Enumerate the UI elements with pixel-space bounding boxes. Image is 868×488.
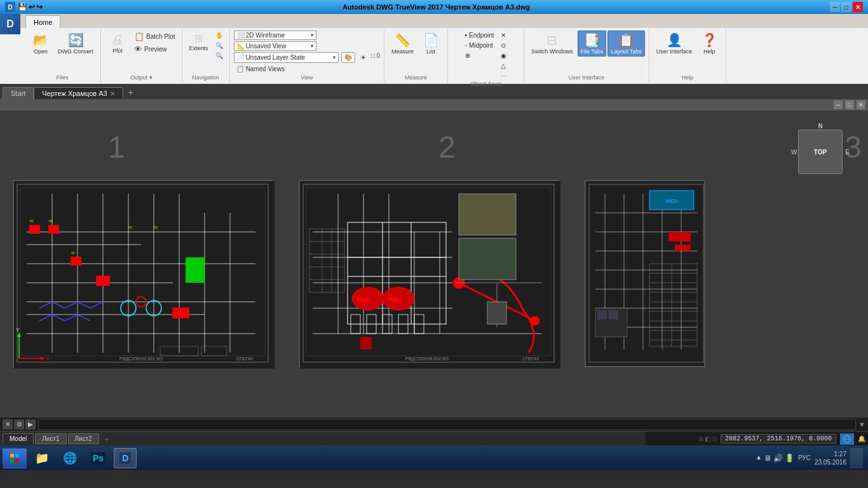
- system-clock[interactable]: 1:27 23.05.2016: [815, 450, 846, 466]
- geo-button[interactable]: [840, 433, 854, 445]
- cmd-arrow-btn[interactable]: ▶: [25, 419, 36, 430]
- layer-color-button[interactable]: 🎨: [341, 52, 355, 63]
- command-line[interactable]: [38, 419, 856, 430]
- snap-row3[interactable]: ⊕: [463, 51, 497, 60]
- dwg-convert-button[interactable]: 🔄 DWG Convert: [55, 30, 97, 57]
- list1-tab[interactable]: Лист1: [35, 433, 66, 444]
- pan-button[interactable]: ✋: [213, 30, 226, 40]
- open-button[interactable]: 📂 Open: [28, 30, 53, 57]
- show-desktop-button[interactable]: [850, 448, 863, 468]
- extents-button[interactable]: ⊞ Extents: [186, 30, 212, 53]
- file-tabs-button[interactable]: 📑 File Tabs: [578, 30, 607, 57]
- drawing-tab-label: Чертеж Храмцов А3: [42, 90, 107, 97]
- help-button[interactable]: ❓ Help: [696, 30, 722, 57]
- layout-tabs-button[interactable]: 📋 Layout Tabs: [607, 30, 644, 57]
- app-button[interactable]: D: [0, 14, 20, 34]
- help-label: Help: [682, 74, 694, 81]
- status-icon-1[interactable]: ⊞: [698, 435, 703, 442]
- endpoint-icon: •: [465, 32, 468, 39]
- save-icon[interactable]: 💾: [18, 3, 27, 11]
- window-controls[interactable]: ─ □ ✕: [830, 2, 863, 12]
- undo-icon[interactable]: ↩: [29, 3, 35, 11]
- model-tab[interactable]: Model: [3, 433, 34, 444]
- new-tab-button[interactable]: +: [123, 85, 139, 99]
- volume-icon[interactable]: 🔊: [773, 454, 783, 463]
- snap-r2[interactable]: ⊙: [498, 41, 510, 50]
- svg-text:РВДС: РВДС: [357, 297, 370, 302]
- measure-buttons: 📏 Measure 📄 List: [388, 30, 444, 74]
- taskbar-autocad[interactable]: D: [114, 448, 137, 468]
- snap-col2: ✕ ⊙ ◉ △ ⋯: [498, 30, 510, 81]
- add-layout-button[interactable]: +: [100, 433, 113, 445]
- network-icon[interactable]: 🖥: [764, 454, 771, 463]
- plot-button[interactable]: 🖨 Plot: [105, 30, 130, 56]
- switch-windows-button[interactable]: ⊟ Switch Windows: [528, 30, 576, 57]
- zoom-button[interactable]: 🔍: [213, 41, 226, 50]
- chrome-icon: 🌐: [63, 451, 77, 465]
- svg-rect-71: [459, 238, 516, 280]
- command-input[interactable]: [41, 421, 853, 428]
- named-views-label: Named Views: [246, 65, 285, 72]
- cad-restore-button[interactable]: □: [845, 100, 854, 109]
- compass-e: E: [845, 149, 850, 156]
- nav-cube[interactable]: N E W TOP: [798, 130, 843, 174]
- drawing-area: 1: [0, 111, 868, 417]
- quick-access-toolbar[interactable]: 💾 ↩ ↪: [18, 3, 43, 11]
- command-expand[interactable]: ▼: [858, 421, 865, 428]
- cmd-settings-btn[interactable]: ⚙: [14, 419, 24, 430]
- user-interface-btn[interactable]: 👤 User Interface: [653, 30, 696, 57]
- layer-freeze-button[interactable]: ☀: [358, 52, 369, 63]
- list2-tab[interactable]: Лист2: [68, 433, 99, 444]
- autocad-icon: D: [119, 452, 131, 464]
- preview-button[interactable]: 👁 Preview: [132, 43, 178, 55]
- snap-r1[interactable]: ✕: [498, 30, 510, 40]
- layer-state-dropdown[interactable]: 📄 Unsaved Layer State ▾: [234, 52, 339, 63]
- midpoint-button[interactable]: ◦ Midpoint: [463, 41, 497, 50]
- batch-plot-button[interactable]: 📋 Batch Plot: [132, 30, 178, 43]
- measure-button[interactable]: 📏 Measure: [388, 30, 417, 57]
- compass[interactable]: N E W TOP: [798, 130, 849, 180]
- named-views-button[interactable]: 📋 Named Views: [234, 64, 288, 74]
- cad-minimize-button[interactable]: ─: [834, 100, 843, 109]
- snap-r3[interactable]: ◉: [498, 51, 510, 60]
- redo-icon[interactable]: ↪: [36, 3, 43, 11]
- current-view-icon: 📐: [237, 43, 245, 50]
- battery-icon[interactable]: 🔋: [785, 454, 794, 463]
- cad-close-button[interactable]: ✕: [857, 100, 865, 109]
- svg-rect-39: [303, 184, 554, 362]
- sheet-3[interactable]: WCS: [585, 180, 705, 367]
- tab-home[interactable]: Home: [25, 15, 60, 28]
- drawing-tab-close[interactable]: ✕: [110, 90, 115, 97]
- measure-label-group: Measure: [405, 74, 427, 81]
- navigation-buttons: ⊞ Extents ✋ 🔍 🔍: [186, 30, 226, 74]
- cmd-close-btn[interactable]: ✕: [3, 419, 13, 430]
- snap-r5[interactable]: ⋯: [498, 71, 510, 81]
- start-tab[interactable]: Start: [3, 87, 34, 99]
- notification-icon[interactable]: 🔔: [858, 435, 865, 442]
- close-button[interactable]: ✕: [853, 2, 863, 12]
- taskbar-chrome[interactable]: 🌐: [57, 448, 83, 468]
- maximize-button[interactable]: □: [841, 2, 851, 12]
- sheet-2[interactable]: РВДС РВДС: [299, 180, 559, 367]
- current-view-dropdown[interactable]: 📐 Unsaved View ▾: [234, 41, 316, 51]
- drawing-tab[interactable]: Чертеж Храмцов А3 ✕: [34, 87, 123, 99]
- snap-r4[interactable]: △: [498, 61, 510, 71]
- view-mode-dropdown[interactable]: ⬜ 2D Wireframe ▾: [234, 30, 316, 40]
- taskbar-photoshop[interactable]: Ps: [85, 448, 111, 468]
- svg-text:P1: P1: [128, 226, 132, 229]
- taskbar-explorer[interactable]: 📁: [29, 448, 55, 468]
- status-icon-3[interactable]: ⊙: [712, 435, 717, 442]
- up-arrow-icon[interactable]: ▲: [756, 454, 762, 463]
- language-indicator[interactable]: РУС: [798, 454, 811, 461]
- coordinate-bar: ⊞ ◧ ⊙ 2082.9537, 2516.1976, 0.0000 🔔: [646, 431, 868, 445]
- status-icon-2[interactable]: ◧: [705, 435, 710, 442]
- zoom-out-button[interactable]: 🔍: [213, 51, 226, 60]
- minimize-button[interactable]: ─: [830, 2, 840, 12]
- midpoint-icon: ◦: [465, 42, 468, 49]
- endpoint-button[interactable]: • Endpoint: [463, 30, 497, 40]
- svg-text:WCS: WCS: [666, 198, 678, 204]
- list-button[interactable]: 📄 List: [418, 30, 444, 57]
- ribbon-tabs: Home: [0, 14, 868, 28]
- svg-rect-98: [668, 232, 691, 241]
- start-button[interactable]: [3, 448, 27, 468]
